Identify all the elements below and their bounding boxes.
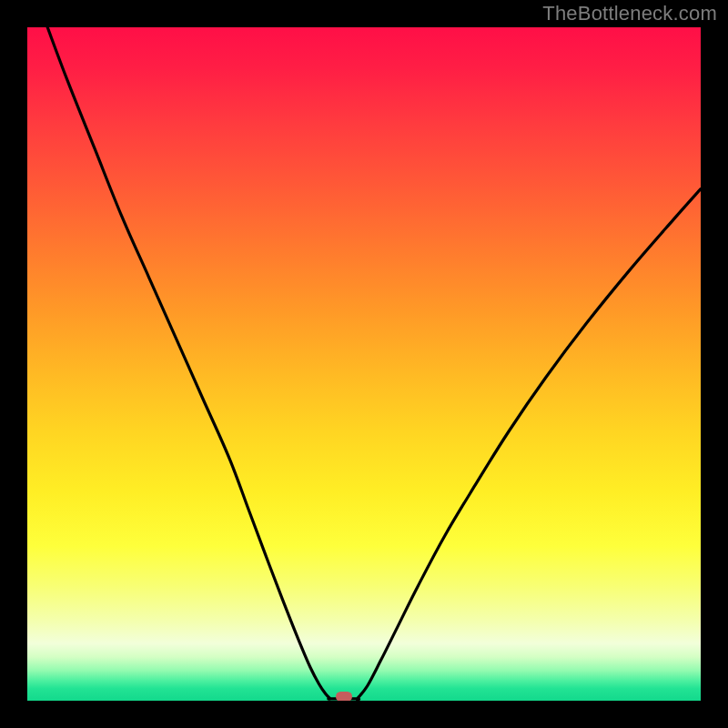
- chart-frame: TheBottleneck.com: [0, 0, 728, 728]
- valley-marker: [336, 692, 353, 701]
- watermark-text: TheBottleneck.com: [542, 2, 717, 25]
- bottleneck-curve: [47, 27, 701, 700]
- curve-svg: [27, 27, 701, 701]
- plot-area: [27, 27, 701, 701]
